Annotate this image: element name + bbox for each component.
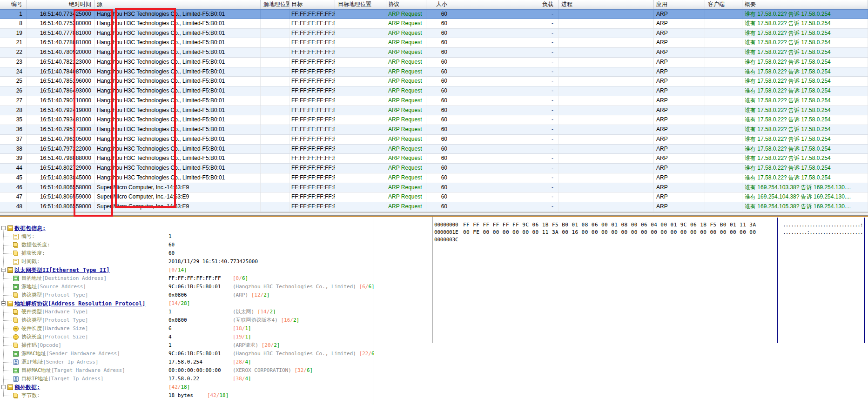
tree-node[interactable]: 目标MAC地址[Target Hardware Adress]00:00:00:… [0,366,374,375]
cell-dest: FF:FF:FF:FF:FF:FF [289,67,335,77]
cell-time: 16:51:40.786493000 [27,86,95,96]
column-header-source[interactable]: 源 [95,0,261,9]
hex-bytes[interactable]: FF FF FF FF FF FF 9C 06 1B F5 B0 01 08 0… [463,222,756,228]
cell-no: 47 [0,192,27,202]
cell-time: 16:51:40.773425000 [27,10,95,19]
packet-row[interactable]: 2616:51:40.786493000Hangzhou H3C Technol… [0,86,868,96]
tree-node[interactable]: 数据包长度:60 [0,241,374,249]
cell-payload: - [454,48,558,57]
packet-row[interactable]: 2716:51:40.790710000Hangzhou H3C Technol… [0,96,868,106]
packet-row[interactable]: 3716:51:40.796205000Hangzhou H3C Technol… [0,135,868,145]
packet-row[interactable]: 4616:51:40.806558000Super Micro Computer… [0,183,868,193]
tree-node-label: 源MAC地址[Sender Hardware Adress] [21,350,120,358]
column-header-size[interactable]: 大小 [426,0,454,9]
list-icon [13,234,19,239]
packet-row[interactable]: 2116:51:40.778881000Hangzhou H3C Technol… [0,38,868,48]
tree-node[interactable]: 捕获长度:60 [0,249,374,258]
packet-row[interactable]: 1916:51:40.777881000Hangzhou H3C Technol… [0,29,868,39]
column-header-dest[interactable]: 目标 [289,0,335,9]
column-header-src_geo[interactable]: 源地理位置 [261,0,289,9]
column-header-protocol[interactable]: 协议 [386,0,426,9]
cell-payload: - [454,164,558,173]
vertical-pane-divider[interactable] [374,217,374,404]
collapse-expander-icon[interactable] [1,226,6,230]
tree-node[interactable]: 时间戳:2018/11/29 16:51:40.773425000 [0,258,374,266]
packet-row[interactable]: 116:51:40.773425000Hangzhou H3C Technolo… [0,9,868,19]
packet-row[interactable]: 3616:51:40.795173000Hangzhou H3C Technol… [0,125,868,135]
offset-part: [6/ [359,284,369,290]
field-value: 1 [168,232,172,241]
packet-row[interactable]: 2816:51:40.792419000Hangzhou H3C Technol… [0,106,868,116]
column-header-summary[interactable]: 概要 [742,0,868,9]
cell-dest: FF:FF:FF:FF:FF:FF [289,164,335,173]
cell-dest_geo [335,183,386,192]
cell-time: 16:51:40.803845000 [27,173,95,183]
tree-node[interactable]: 字节数:18 bytes[42/18] [0,391,374,400]
tree-node[interactable]: 地址解析协议[Address Resolution Protocol][14/2… [0,299,374,308]
collapse-expander-icon[interactable] [1,385,6,389]
cell-time: 16:51:40.796205000 [27,135,95,144]
tree-node[interactable]: 额外数据:[42/18] [0,383,374,391]
packet-row[interactable]: 2416:51:40.784087000Hangzhou H3C Technol… [0,67,868,77]
note-text: (XEROX CORPORATION) [233,367,294,373]
cell-dest: FF:FF:FF:FF:FF:FF [289,173,335,183]
field-note: (ARP请求) [20/2] [233,341,280,350]
hex-ascii[interactable]: .............................: [783,222,863,228]
packet-row[interactable]: 4416:51:40.802729000Hangzhou H3C Technol… [0,164,868,173]
packet-icon [7,267,13,273]
tree-node[interactable]: 编号:1 [0,232,374,241]
tree-node[interactable]: 源MAC地址[Sender Hardware Adress]9C:06:1B:F… [0,350,374,358]
tree-node[interactable]: 源IP地址[Sender Ip Adress]17.58.0.254[28/4] [0,358,374,366]
cell-time: 16:51:40.806559000 [27,202,95,212]
tree-node[interactable]: 目标IP地址[Target Ip Adress]17.58.0.22[38/4] [0,375,374,383]
field-note: (以太网) [14/2] [233,308,276,316]
column-header-no[interactable]: 编号 [0,0,27,9]
hex-offset[interactable]: 0000003C [434,237,458,243]
tree-node[interactable]: 源地址[Source Address]9C:06:1B:F5:B0:01(Han… [0,283,374,291]
tree-node[interactable]: 协议类型[Protocol Type]0x0800(互联网协议版本4) [16/… [0,316,374,325]
tree-node[interactable]: 操作码[Opcode]1(ARP请求) [20/2] [0,341,374,350]
column-header-time[interactable]: 绝对时间 [27,0,95,9]
column-header-process[interactable]: 进程 [558,0,654,9]
tree-node[interactable]: 以太网类型II[Ethernet Type II][0/14] [0,266,374,274]
cell-dest_geo [335,106,386,115]
tree-node[interactable]: 目的地址[Destination Address]FF:FF:FF:FF:FF:… [0,274,374,283]
packet-row[interactable]: 4716:51:40.806559000Super Micro Computer… [0,192,868,202]
tree-node[interactable]: 协议类型[Protocol Type]0x0806(ARP) [12/2] [0,291,374,299]
cell-app: ARP [654,38,705,47]
hex-offset[interactable]: 00000000 [434,222,458,228]
packet-row[interactable]: 2516:51:40.785196000Hangzhou H3C Technol… [0,77,868,86]
tree-node[interactable]: 数据包信息: [0,224,374,232]
packet-row[interactable]: 2316:51:40.782123000Hangzhou H3C Technol… [0,58,868,67]
packet-row[interactable]: 3916:51:40.798888000Hangzhou H3C Technol… [0,154,868,164]
cell-payload: - [454,154,558,163]
packet-row[interactable]: 2216:51:40.780920000Hangzhou H3C Technol… [0,48,868,58]
collapse-expander-icon[interactable] [1,268,6,272]
horizontal-splitter[interactable] [0,212,868,216]
packet-row[interactable]: 4516:51:40.803845000Hangzhou H3C Technol… [0,173,868,183]
hex-ascii[interactable]: .........:.................... [783,229,863,235]
packet-row[interactable]: 4816:51:40.806559000Super Micro Computer… [0,202,868,212]
packet-row[interactable]: 3516:51:40.793481000Hangzhou H3C Technol… [0,115,868,125]
hex-offset[interactable]: 0000001E [434,229,458,235]
packet-row[interactable]: 816:51:40.775380000Hangzhou H3C Technolo… [0,19,868,29]
column-header-client[interactable]: 客户端 [705,0,742,9]
cell-app: ARP [654,19,705,28]
tree-node[interactable]: 协议长度[Protocol Size]4[19/1] [0,333,374,341]
collapse-expander-icon[interactable] [1,301,6,305]
column-header-dest_geo[interactable]: 目标地理位置 [335,0,386,9]
tree-node[interactable]: 硬件类型[Hardware Type]1(以太网) [14/2] [0,308,374,316]
tree-node[interactable]: 硬件长度[Hardware Size]6[18/1] [0,325,374,333]
cell-time: 16:51:40.775380000 [27,19,95,28]
cell-time: 16:51:40.782123000 [27,58,95,67]
hex-bytes[interactable]: 00 FE 00 00 00 00 00 00 11 3A 00 16 00 0… [463,229,756,235]
tree-node-label: 以太网类型II[Ethernet Type II] [14,266,110,274]
cell-app: ARP [654,77,705,86]
label-en: [Target Ip Adress] [48,376,103,382]
cell-size: 60 [426,19,454,28]
packet-row[interactable]: 3816:51:40.797222000Hangzhou H3C Technol… [0,145,868,154]
tree-connector-line [3,295,12,296]
column-header-payload[interactable]: 负载 [454,0,558,9]
column-header-app[interactable]: 应用 [654,0,705,9]
offset-part: [16/ [281,317,294,323]
